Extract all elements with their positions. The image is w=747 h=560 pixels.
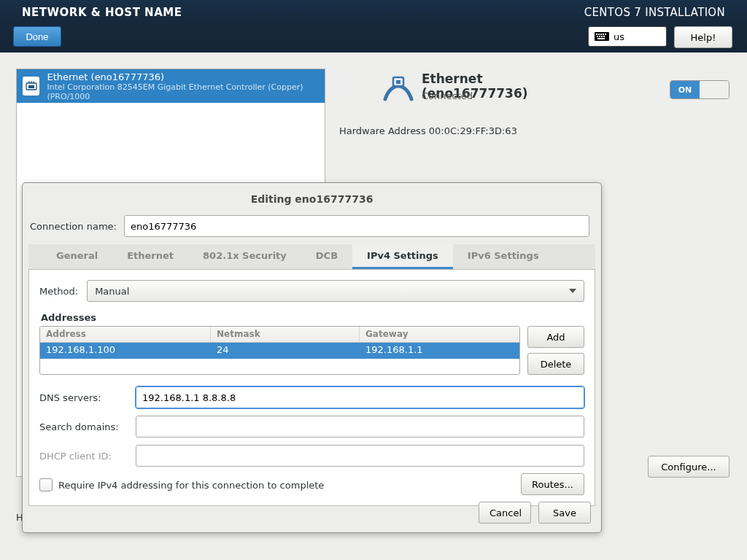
connection-name-input[interactable] <box>124 215 589 237</box>
tab-ipv6[interactable]: IPv6 Settings <box>453 244 554 269</box>
svg-rect-8 <box>601 36 603 37</box>
svg-rect-1 <box>596 34 597 35</box>
svg-rect-6 <box>597 36 598 37</box>
svg-rect-3 <box>600 34 602 35</box>
tab-general[interactable]: General <box>42 244 112 269</box>
detail-status: Connected <box>422 90 473 101</box>
cell-gateway: 192.168.1.1 <box>360 343 519 359</box>
hardware-address: Hardware Address 00:0C:29:FF:3D:63 <box>339 125 517 136</box>
require-ipv4-label: Require IPv4 addressing for this connect… <box>58 480 324 491</box>
keyboard-layout-indicator[interactable]: us <box>588 26 667 47</box>
tab-8021x[interactable]: 802.1x Security <box>188 244 301 269</box>
tab-bar: General Ethernet 802.1x Security DCB IPv… <box>28 244 595 270</box>
page-title: NETWORK & HOST NAME <box>22 6 182 19</box>
chevron-down-icon <box>569 289 576 293</box>
col-netmask: Netmask <box>211 327 360 342</box>
address-row-empty[interactable] <box>40 359 519 369</box>
keymap-label: us <box>614 31 624 42</box>
svg-rect-5 <box>605 34 606 35</box>
top-banner: NETWORK & HOST NAME Done CENTOS 7 INSTAL… <box>0 0 747 52</box>
dhcp-client-id-input <box>136 445 584 467</box>
svg-rect-7 <box>599 36 600 37</box>
interface-description: Intel Corporation 82545EM Gigabit Ethern… <box>47 82 319 101</box>
dialog-title: Editing eno16777736 <box>23 183 601 205</box>
require-ipv4-checkbox[interactable] <box>39 478 53 491</box>
addresses-heading: Addresses <box>41 312 584 323</box>
workspace: Ethernet (eno16777736) Intel Corporation… <box>0 52 747 560</box>
ethernet-large-icon <box>381 74 414 110</box>
search-domains-label: Search domains: <box>39 421 127 432</box>
cancel-button[interactable]: Cancel <box>479 502 531 524</box>
routes-button[interactable]: Routes... <box>521 473 584 495</box>
cell-address: 192.168.1.100 <box>40 343 211 359</box>
keyboard-icon <box>595 32 609 41</box>
ipv4-panel: Method: Manual Addresses Address Netmask… <box>28 270 595 506</box>
dhcp-client-id-label: DHCP client ID: <box>39 451 127 462</box>
svg-rect-4 <box>603 34 604 35</box>
interface-list-item[interactable]: Ethernet (eno16777736) Intel Corporation… <box>17 69 325 103</box>
tab-ethernet[interactable]: Ethernet <box>112 244 188 269</box>
edit-connection-dialog: Editing eno16777736 Connection name: Gen… <box>22 182 602 533</box>
installer-title: CENTOS 7 INSTALLATION <box>584 6 725 19</box>
addresses-header-row: Address Netmask Gateway <box>40 327 519 343</box>
dns-label: DNS servers: <box>39 392 127 403</box>
addresses-add-button[interactable]: Add <box>527 326 584 348</box>
save-button[interactable]: Save <box>538 502 591 524</box>
dns-input[interactable] <box>136 386 584 408</box>
interface-name: Ethernet (eno16777736) <box>47 71 319 82</box>
svg-rect-14 <box>396 80 400 84</box>
svg-rect-2 <box>598 34 600 35</box>
method-select[interactable]: Manual <box>87 280 584 302</box>
addresses-delete-button[interactable]: Delete <box>527 353 584 375</box>
help-button[interactable]: Help! <box>674 26 732 48</box>
method-label: Method: <box>39 286 78 297</box>
connection-name-label: Connection name: <box>30 221 117 232</box>
search-domains-input[interactable] <box>136 416 584 438</box>
svg-rect-9 <box>603 36 605 37</box>
tab-dcb[interactable]: DCB <box>301 244 352 269</box>
configure-button[interactable]: Configure... <box>648 456 729 478</box>
toggle-on-label: ON <box>670 81 700 98</box>
svg-rect-12 <box>28 85 34 88</box>
addresses-table[interactable]: Address Netmask Gateway 192.168.1.100 24… <box>39 326 520 375</box>
ethernet-icon <box>23 77 39 96</box>
cell-netmask: 24 <box>211 343 360 359</box>
done-button[interactable]: Done <box>13 26 61 47</box>
toggle-handle <box>700 81 729 98</box>
svg-rect-10 <box>597 38 605 39</box>
col-address: Address <box>40 327 211 342</box>
address-row[interactable]: 192.168.1.100 24 192.168.1.1 <box>40 343 519 359</box>
tab-ipv4[interactable]: IPv4 Settings <box>352 244 453 269</box>
method-value: Manual <box>95 286 129 297</box>
col-gateway: Gateway <box>360 327 519 342</box>
interface-toggle[interactable]: ON <box>670 80 729 99</box>
